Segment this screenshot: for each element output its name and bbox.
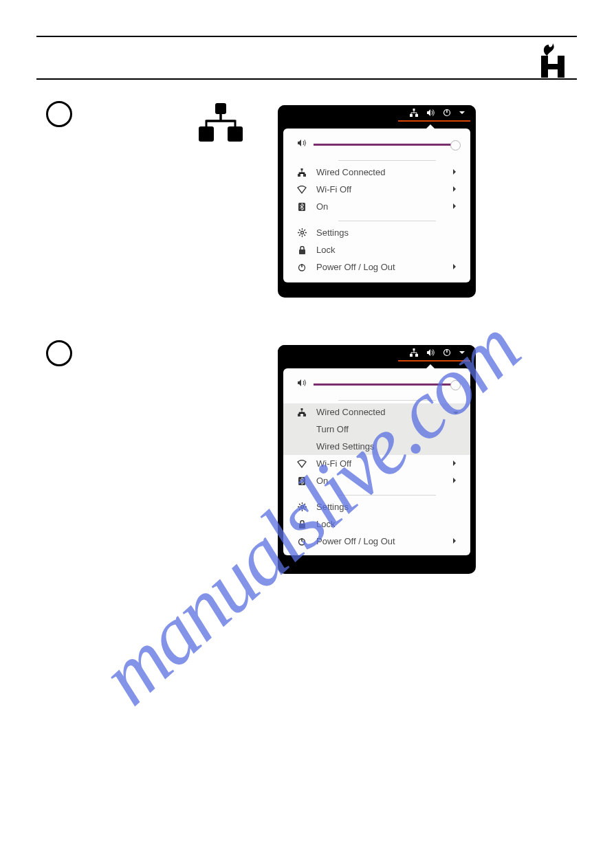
wired-icon (297, 168, 307, 177)
wifi-menu-item[interactable]: Wi-Fi Off (283, 181, 470, 198)
wifi-menu-item[interactable]: Wi-Fi Off (283, 455, 470, 472)
svg-rect-26 (415, 354, 418, 357)
wifi-icon (297, 460, 307, 468)
svg-line-18 (304, 234, 305, 236)
step-1-circle (46, 101, 72, 127)
svg-rect-1 (199, 126, 214, 142)
chevron-right-icon (452, 262, 457, 272)
gear-icon (297, 502, 307, 511)
dropdown-icon[interactable] (459, 350, 465, 355)
svg-rect-10 (303, 174, 306, 177)
svg-rect-30 (298, 414, 300, 416)
volume-slider[interactable] (314, 144, 457, 146)
svg-rect-21 (299, 249, 305, 254)
lock-menu-item[interactable]: Lock (283, 241, 470, 258)
svg-rect-0 (215, 103, 226, 114)
header-rule-bottom (36, 78, 577, 80)
power-label: Power Off / Log Out (316, 536, 452, 546)
wifi-label: Wi-Fi Off (316, 458, 452, 469)
separator (338, 495, 436, 496)
wired-turn-off-item[interactable]: Turn Off (283, 421, 470, 438)
wired-icon (297, 408, 307, 416)
top-bar (278, 105, 476, 120)
power-menu-item[interactable]: Power Off / Log Out (283, 533, 470, 550)
svg-rect-5 (415, 114, 418, 117)
power-icon (297, 263, 307, 271)
volume-icon (297, 138, 307, 151)
volume-knob[interactable] (450, 140, 461, 151)
lock-menu-item[interactable]: Lock (283, 515, 470, 533)
chevron-right-icon (452, 458, 457, 469)
separator (338, 400, 436, 401)
volume-icon[interactable] (426, 348, 435, 357)
settings-menu-item[interactable]: Settings (283, 224, 470, 241)
volume-row (283, 378, 470, 394)
bluetooth-icon (297, 477, 307, 485)
svg-line-19 (299, 234, 300, 236)
settings-label: Settings (316, 502, 457, 512)
wired-label: Wired Connected (316, 407, 452, 417)
lock-icon (297, 520, 307, 528)
chevron-right-icon (452, 167, 457, 177)
svg-rect-3 (413, 109, 415, 111)
bluetooth-icon (297, 203, 307, 211)
bluetooth-menu-item[interactable]: On (283, 198, 470, 215)
power-icon[interactable] (443, 348, 451, 357)
system-menu: Wired Connected Wi-Fi Off On Settings Lo… (283, 129, 470, 282)
lock-icon (297, 246, 307, 254)
svg-rect-42 (299, 524, 305, 528)
volume-knob[interactable] (450, 380, 461, 390)
svg-point-12 (300, 232, 303, 234)
volume-slider[interactable] (314, 383, 457, 386)
svg-point-33 (300, 506, 303, 509)
wired-menu-item[interactable]: Wired Connected (283, 164, 470, 181)
svg-line-17 (299, 230, 300, 231)
wired-menu-item[interactable]: Wired Connected (283, 403, 470, 421)
svg-line-20 (304, 230, 305, 231)
svg-line-40 (299, 509, 300, 510)
svg-line-39 (304, 509, 305, 510)
network-icon[interactable] (410, 348, 418, 357)
step-2-circle (46, 340, 72, 366)
gear-icon (297, 228, 307, 237)
chevron-right-icon (452, 184, 457, 194)
network-icon-large (199, 103, 243, 144)
settings-label: Settings (316, 227, 457, 238)
lock-label: Lock (316, 519, 457, 529)
svg-rect-9 (298, 174, 300, 177)
power-icon (297, 537, 307, 546)
bluetooth-menu-item[interactable]: On (283, 472, 470, 489)
svg-line-38 (299, 504, 300, 505)
power-icon[interactable] (443, 109, 451, 117)
bluetooth-label: On (316, 476, 452, 486)
system-menu-panel-1: Wired Connected Wi-Fi Off On Settings Lo… (278, 105, 476, 298)
volume-icon[interactable] (426, 109, 435, 117)
svg-line-41 (304, 504, 305, 505)
wired-label: Wired Connected (316, 167, 452, 177)
bluetooth-label: On (316, 201, 452, 212)
dropdown-icon[interactable] (459, 110, 465, 115)
svg-rect-29 (301, 408, 303, 410)
wifi-icon (297, 186, 307, 194)
turn-off-label: Turn Off (316, 424, 349, 434)
svg-rect-8 (301, 168, 303, 170)
network-icon[interactable] (410, 109, 418, 117)
svg-rect-31 (303, 414, 306, 416)
wired-settings-item[interactable]: Wired Settings (283, 438, 470, 455)
volume-icon (297, 378, 307, 390)
separator (338, 221, 436, 221)
top-bar (278, 345, 476, 360)
header-rule-top (36, 36, 577, 37)
chevron-right-icon (452, 476, 457, 486)
wired-settings-label: Wired Settings (316, 441, 375, 452)
power-label: Power Off / Log Out (316, 262, 452, 272)
power-menu-item[interactable]: Power Off / Log Out (283, 258, 470, 276)
chevron-right-icon (452, 201, 457, 212)
brand-logo (539, 43, 567, 80)
settings-menu-item[interactable]: Settings (283, 498, 470, 515)
volume-row (283, 138, 470, 155)
separator (338, 160, 436, 161)
indicator-underline (398, 120, 470, 122)
svg-rect-24 (413, 348, 415, 350)
wifi-label: Wi-Fi Off (316, 184, 452, 194)
